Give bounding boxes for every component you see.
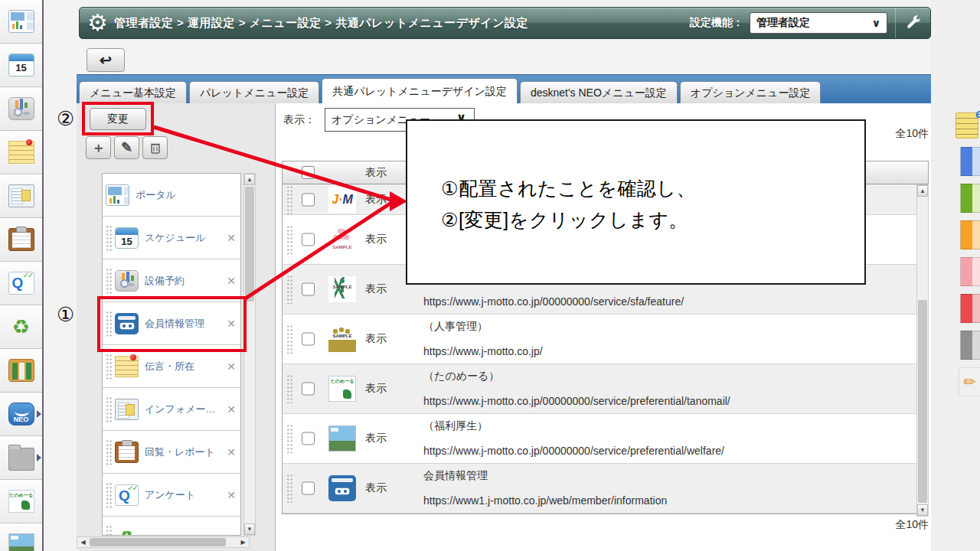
- drag-handle[interactable]: [106, 311, 113, 337]
- scrollbar-thumb[interactable]: [245, 187, 254, 302]
- drag-handle[interactable]: [106, 439, 113, 465]
- palette-menu-item[interactable]: スケジュール ✕: [103, 217, 240, 259]
- row-checkbox[interactable]: [302, 283, 315, 296]
- gear-icon: ⚙: [87, 11, 108, 34]
- remove-icon[interactable]: ✕: [227, 446, 236, 458]
- drag-handle[interactable]: [286, 275, 293, 304]
- design-pencil-icon[interactable]: [959, 367, 980, 396]
- scroll-up-button[interactable]: ▲: [244, 174, 255, 185]
- drag-handle[interactable]: [286, 474, 293, 503]
- drag-handle[interactable]: [286, 424, 293, 453]
- row-checkbox[interactable]: [302, 233, 315, 246]
- sidebar-app-item[interactable]: [0, 349, 42, 393]
- row-checkbox[interactable]: [302, 383, 315, 396]
- palette-menu-item[interactable]: 会員情報管理 ✕: [103, 302, 240, 345]
- menu-item-label: 設備予約: [145, 274, 224, 288]
- swatch-pink[interactable]: [960, 257, 980, 286]
- sample-pink-icon: [328, 227, 356, 253]
- tab[interactable]: 共通パレットメニューデザイン設定: [322, 78, 518, 103]
- hscrollbar-thumb[interactable]: [90, 538, 226, 546]
- menu-name: （たのめーる）: [423, 370, 499, 383]
- tab[interactable]: オプションメニュー設定: [680, 81, 822, 103]
- tools-button[interactable]: [895, 8, 930, 38]
- select-all-checkbox[interactable]: [302, 166, 315, 179]
- drag-handle[interactable]: [286, 324, 293, 354]
- palette-menu-item[interactable]: アンケート ✕: [103, 474, 240, 517]
- row-checkbox[interactable]: [302, 193, 315, 206]
- scrollbar-thumb[interactable]: [918, 300, 927, 503]
- scroll-right-button[interactable]: ▶: [237, 537, 249, 547]
- change-button[interactable]: 変更: [90, 108, 146, 130]
- drag-handle[interactable]: [286, 374, 293, 403]
- scroll-left-button[interactable]: ◀: [77, 537, 89, 547]
- palette-menu-item[interactable]: [103, 517, 240, 536]
- swatch-orange[interactable]: [960, 220, 980, 249]
- drag-handle[interactable]: [286, 225, 293, 254]
- drag-handle[interactable]: [106, 354, 113, 380]
- add-button[interactable]: ＋: [86, 136, 111, 159]
- table-row[interactable]: 表示 （福利厚生） https://www.j-motto.co.jp/0000…: [283, 414, 917, 464]
- row-checkbox[interactable]: [302, 432, 315, 445]
- scroll-up-button[interactable]: ▲: [917, 185, 928, 197]
- drag-handle[interactable]: [106, 396, 113, 422]
- palette-menu-item[interactable]: 伝言・所在 ✕: [103, 345, 240, 388]
- drag-handle[interactable]: [106, 225, 113, 251]
- back-button[interactable]: ↩: [87, 48, 125, 72]
- drag-handle[interactable]: [106, 482, 113, 508]
- palette-menu-item[interactable]: インフォメー… ✕: [103, 388, 240, 431]
- swatch-gray[interactable]: [960, 331, 980, 360]
- scroll-down-button[interactable]: ▼: [917, 504, 928, 516]
- table-row[interactable]: 表示 （たのめーる） https://www.j-motto.co.jp/000…: [283, 364, 917, 414]
- sidebar-app-item[interactable]: [0, 131, 42, 174]
- remove-icon[interactable]: ✕: [227, 275, 236, 287]
- palette-menu-item[interactable]: 回覧・レポート ✕: [103, 431, 240, 474]
- sidebar-app-item[interactable]: [0, 393, 42, 436]
- jm-icon: [328, 187, 356, 213]
- palette-menu-item[interactable]: 設備予約 ✕: [103, 259, 240, 302]
- table-scrollbar[interactable]: ▲ ▼: [916, 184, 929, 517]
- settings-function-select[interactable]: 管理者設定 ∨: [750, 12, 887, 34]
- sidebar-app-item[interactable]: [0, 436, 42, 480]
- remove-icon[interactable]: ✕: [227, 360, 236, 373]
- remove-icon[interactable]: ✕: [227, 318, 236, 330]
- remove-icon[interactable]: ✕: [227, 232, 236, 244]
- total-count-top: 全10件: [895, 127, 929, 141]
- row-checkbox[interactable]: [302, 482, 315, 495]
- sidebar-app-item[interactable]: [0, 262, 42, 305]
- row-checkbox[interactable]: [302, 333, 315, 346]
- palette-menu-item[interactable]: ポータル: [103, 174, 240, 217]
- swatch-green[interactable]: [960, 184, 980, 213]
- menu-list-hscrollbar[interactable]: ◀ ▶: [77, 536, 250, 548]
- sidebar-app-item[interactable]: [0, 44, 42, 87]
- tab[interactable]: メニュー基本設定: [79, 81, 187, 103]
- drag-handle[interactable]: [106, 525, 113, 536]
- sidebar-app-item[interactable]: [0, 87, 42, 131]
- sidebar-app-item[interactable]: [0, 218, 42, 262]
- swatch-blue[interactable]: [960, 147, 980, 176]
- sidebar-app-item[interactable]: [0, 174, 42, 218]
- tab[interactable]: desknet's NEOメニュー設定: [520, 81, 678, 103]
- remove-icon[interactable]: ✕: [227, 403, 236, 416]
- delete-button[interactable]: [142, 136, 168, 159]
- menu-item-label: スケジュール: [145, 231, 224, 245]
- tab[interactable]: パレットメニュー設定: [189, 81, 319, 103]
- sidebar-app-item[interactable]: [0, 0, 42, 44]
- menu-url: https://www.j-motto.co.jp/00000000/servi…: [423, 445, 724, 457]
- survey-icon: [8, 272, 34, 295]
- edit-button[interactable]: ✎: [114, 136, 139, 159]
- memo-icon[interactable]: [956, 112, 978, 139]
- menu-name: （福利厚生）: [423, 419, 488, 433]
- drag-handle[interactable]: [106, 268, 113, 294]
- table-row[interactable]: 表示 会員情報管理 https://www1.j-motto.co.jp/web…: [283, 464, 917, 514]
- neo-icon: [8, 403, 34, 425]
- sidebar-app-item[interactable]: [0, 480, 42, 523]
- sidebar-app-item[interactable]: [0, 305, 42, 349]
- table-row[interactable]: 表示 （人事管理） https://www.j-motto.co.jp/: [283, 315, 917, 364]
- swatch-red[interactable]: [960, 294, 980, 323]
- sidebar-app-item[interactable]: [0, 523, 42, 551]
- scroll-down-button[interactable]: ▼: [244, 523, 255, 535]
- drag-handle[interactable]: [286, 185, 293, 214]
- remove-icon[interactable]: ✕: [227, 489, 236, 501]
- chevron-down-icon: ∨: [872, 17, 880, 29]
- menu-list-scrollbar[interactable]: ▲ ▼: [243, 173, 256, 536]
